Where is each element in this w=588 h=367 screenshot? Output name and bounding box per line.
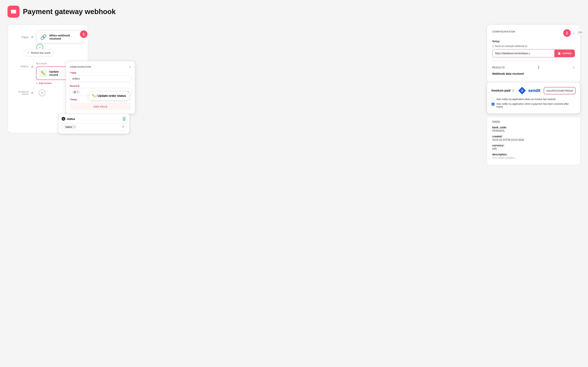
field-currency: currency: IDR — [492, 144, 575, 150]
webhook-url-input[interactable] — [493, 50, 554, 57]
review-label: Review test result — [31, 51, 50, 54]
description-value: This order contains... — [492, 156, 575, 159]
table-label: * Table — [70, 72, 131, 74]
id-tag[interactable]: id ✕ — [72, 90, 80, 94]
copied-label: COPIED — [562, 52, 572, 55]
xendit-top-row: Invoices paid X xendit — [492, 86, 576, 95]
copy-icon: 📋 — [557, 52, 561, 55]
plus-icon: + — [36, 82, 38, 85]
xendit-diamond-icon: X — [518, 86, 527, 95]
status-tag-remove[interactable]: ✕ — [73, 126, 75, 128]
svg-text:X: X — [521, 89, 523, 92]
copied-button[interactable]: 📋 COPIED — [554, 50, 575, 57]
record-id-label: Record Id — [70, 85, 131, 87]
status-input[interactable]: status ✕ + — [62, 123, 126, 131]
invoices-paid: Invoices paid — [492, 89, 514, 92]
actions-dot — [31, 66, 34, 68]
config-title: CONFIGURATION — [492, 30, 515, 33]
tooltip-text: : Update order status — [96, 94, 126, 97]
config-title-row: CONFIGURATION 2 ∧ — [492, 29, 575, 37]
currency-value: IDR — [492, 147, 575, 150]
id-tag-remove[interactable]: ✕ — [77, 91, 78, 93]
trigger-node[interactable]: 🔗 When webhook received — [36, 30, 83, 43]
data-fields-panel: 50000 bank_code: PERMATA created: 2016-1… — [487, 117, 580, 165]
conditional-label: Conditional Actions — [12, 91, 31, 95]
description-key: description: — [492, 153, 575, 156]
review-node[interactable]: ✓ Review test result — [24, 49, 54, 56]
config-small-title: CONFIGURATION — [70, 66, 91, 68]
results-chevron[interactable]: ∧ — [573, 66, 575, 69]
trigger-node-text: When webhook received — [49, 34, 79, 40]
webhook-icon: 🔗 — [40, 34, 47, 40]
app-icon — [8, 6, 19, 18]
status-tag[interactable]: status ✕ — [64, 125, 77, 129]
checkbox2-row: ✓ Also notify my application when a paym… — [492, 102, 576, 108]
results-title-row: RESULTS I ∧ — [492, 65, 575, 70]
checkbox1-row: Also notify my application when an invoi… — [492, 98, 576, 101]
add-conditional-button[interactable]: + — [39, 90, 45, 96]
webhook-url-row: 📋 COPIED — [492, 49, 575, 57]
cursor-icon: I — [538, 65, 539, 70]
status-field-label: status — [67, 117, 75, 120]
right-config-panel: CONFIGURATION 2 ∧ Setup 1. Send an examp… — [487, 24, 580, 165]
webhook-data-title: Webhook data received — [492, 72, 575, 75]
checkbox2[interactable]: ✓ — [492, 103, 494, 106]
status-dot-icon: ● — [62, 117, 65, 121]
bank-code-value: PERMATA — [492, 129, 575, 132]
config-chevron[interactable]: ∧ — [573, 31, 575, 35]
created-value: 2016-10-10T08:15:03.404Z — [492, 138, 575, 141]
table-select[interactable]: orders — [70, 75, 131, 82]
created-key: created: — [492, 135, 575, 138]
book-icon[interactable]: 📖 — [577, 28, 584, 35]
config-main-panel: CONFIGURATION 2 ∧ Setup 1. Send an examp… — [487, 24, 580, 83]
status-add-button[interactable]: + — [122, 125, 124, 129]
invoices-paid-label: Invoices paid — [492, 89, 511, 92]
results-section: RESULTS I ∧ Webhook data received — [492, 61, 575, 75]
update-record-label: Update record — [49, 70, 67, 76]
check-icon: ✓ — [27, 51, 29, 54]
main-layout: Trigger 🔗 When webhook received 1 ✓ ✓ Re… — [8, 24, 580, 165]
field-bank-code: bank_code: PERMATA — [492, 126, 575, 132]
update-tooltip: ✏️: Update order status — [89, 92, 129, 100]
field-description: description: This order contains... — [492, 153, 575, 159]
run-action-icon: ✏️ — [39, 69, 47, 77]
field-amount-value: 50000 — [492, 120, 575, 123]
xendit-card: Invoices paid X xendit A — [487, 82, 580, 114]
page-title: Payment gateway webhook — [23, 8, 116, 16]
checkbox2-label: Also notify my application when a paymen… — [496, 102, 576, 108]
add-field-button[interactable]: ADD FIELD — [70, 103, 131, 110]
xendit-text: xendit — [528, 88, 540, 93]
field-created: created: 2016-10-10T08:15:03.404Z — [492, 135, 575, 141]
xendit-url-input[interactable] — [544, 87, 576, 94]
trigger-label: Trigger — [12, 36, 31, 38]
table-form-group: * Table orders — [70, 72, 131, 82]
badge-1: 1 — [80, 30, 87, 38]
status-field-card: ● status 🗑️ status ✕ + — [58, 114, 129, 134]
svg-rect-1 — [11, 11, 16, 12]
step1-label: 1. Send an example webhook to: — [492, 45, 575, 48]
config-chevron-up[interactable]: ∧ — [129, 65, 131, 69]
add-action-label: Add Action — [39, 82, 52, 85]
badge-2: 2 — [563, 29, 571, 37]
delete-status-button[interactable]: 🗑️ — [122, 117, 126, 121]
setup-label: Setup — [492, 40, 575, 43]
bank-code-key: bank_code: — [492, 126, 575, 129]
page-header: Payment gateway webhook — [8, 6, 580, 18]
actions-label: Actions — [12, 62, 31, 68]
results-label: RESULTS — [492, 66, 505, 69]
info-dot-icon — [511, 89, 514, 92]
field-amount: 50000 — [492, 120, 575, 123]
checkbox1[interactable] — [492, 98, 494, 101]
xendit-logo: X xendit — [518, 86, 540, 95]
checkbox1-label: Also notify my application when an invoi… — [496, 98, 555, 100]
currency-key: currency: — [492, 144, 575, 147]
conditional-dot — [31, 92, 34, 94]
trigger-dot — [31, 36, 34, 38]
tooltip-emoji: ✏️ — [92, 94, 96, 97]
